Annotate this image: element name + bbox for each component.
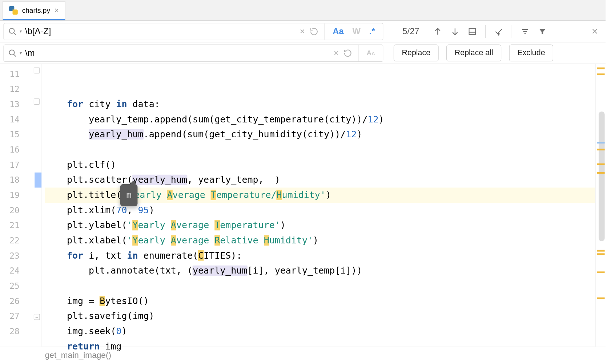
line-number[interactable]: 19 (0, 187, 41, 203)
code-line[interactable]: yearly_hum.append(sum(get_city_humidity(… (45, 127, 595, 142)
search-icon (8, 49, 17, 57)
replace-actions: Replace Replace all Exclude (383, 45, 553, 61)
code-line[interactable]: plt.savefig(img) (45, 309, 595, 324)
stripe-marker[interactable] (597, 271, 604, 273)
code-line[interactable]: plt.annotate(txt, (yearly_hum[i], yearly… (45, 263, 595, 279)
code-line[interactable] (45, 278, 595, 294)
fold-toggle-icon[interactable]: – (34, 98, 40, 105)
close-find-icon[interactable]: × (592, 25, 598, 37)
line-number[interactable]: 16 (0, 142, 41, 158)
line-number[interactable]: 12 (0, 82, 41, 97)
replace-options: AA (358, 45, 383, 61)
line-number[interactable]: 15 (0, 127, 41, 142)
regex-toggle[interactable]: .* (369, 27, 375, 36)
stripe-marker[interactable] (597, 73, 604, 75)
code-area[interactable]: for city in data: yearly_temp.append(sum… (41, 64, 595, 347)
line-number[interactable]: 21 (0, 218, 41, 233)
python-file-icon (9, 6, 18, 15)
code-line[interactable]: plt.ylabel('Yearly Average Temperature') (45, 218, 595, 233)
svg-point-0 (9, 28, 15, 33)
match-counter: 5/27 (394, 27, 428, 36)
code-line[interactable]: for i, txt in enumerate(CITIES): (45, 248, 595, 263)
separator (485, 25, 486, 38)
find-input[interactable] (25, 27, 295, 36)
svg-line-12 (13, 54, 16, 56)
stripe-marker[interactable] (597, 163, 604, 165)
stripe-marker[interactable] (597, 142, 604, 143)
replace-history-caret-icon[interactable]: ▾ (20, 50, 22, 55)
svg-rect-4 (469, 28, 476, 34)
svg-line-1 (13, 32, 16, 35)
line-number[interactable]: 17 (0, 157, 41, 173)
line-number[interactable]: 26 (0, 294, 41, 309)
editor-tab[interactable]: charts.py × (3, 1, 65, 20)
show-filter-options-icon[interactable] (517, 24, 533, 39)
code-line[interactable] (45, 354, 595, 363)
line-number[interactable]: 24 (0, 263, 41, 279)
code-line[interactable]: return img (45, 339, 595, 354)
line-number[interactable]: 25 (0, 278, 41, 294)
replace-all-button[interactable]: Replace all (446, 45, 501, 61)
replace-button[interactable]: Replace (394, 45, 439, 61)
find-history-icon[interactable] (310, 27, 324, 36)
line-number[interactable]: 14 (0, 112, 41, 127)
svg-point-11 (9, 50, 15, 55)
separator (512, 25, 512, 38)
stripe-marker[interactable] (597, 172, 604, 174)
filter-icon[interactable] (535, 24, 550, 39)
replace-input[interactable] (25, 48, 329, 58)
regex-tooltip: m (120, 184, 138, 206)
code-line[interactable]: for city in data: (45, 97, 595, 112)
code-line[interactable]: img = BytesIO() (45, 294, 595, 309)
prev-match-button[interactable] (430, 24, 446, 39)
next-match-button[interactable] (447, 24, 463, 39)
fold-toggle-icon[interactable]: – (34, 68, 40, 74)
scrollbar-thumb[interactable] (599, 112, 605, 241)
code-line[interactable] (45, 142, 595, 158)
stripe-marker[interactable] (597, 253, 604, 255)
error-stripe[interactable] (595, 64, 606, 347)
line-number-gutter[interactable]: 111213141516171819202122232425262728 (0, 64, 41, 347)
find-options: Aa W .* (325, 23, 383, 40)
search-history-caret-icon[interactable]: ▾ (20, 29, 22, 34)
stripe-marker[interactable] (597, 250, 604, 252)
fold-toggle-icon[interactable]: – (34, 314, 40, 320)
find-field-container: ▾ × Aa W .* (4, 23, 383, 40)
code-line[interactable]: yearly_temp.append(sum(get_city_temperat… (45, 112, 595, 127)
line-number[interactable]: 23 (0, 248, 41, 263)
stripe-marker[interactable] (597, 298, 604, 299)
search-icon (8, 27, 17, 36)
clear-replace-icon[interactable]: × (329, 48, 343, 58)
line-number[interactable]: 20 (0, 203, 41, 218)
stripe-marker[interactable] (597, 68, 604, 69)
tab-filename: charts.py (22, 7, 50, 14)
words-toggle[interactable]: W (353, 27, 361, 36)
find-right-pane: 5/27 × (383, 24, 606, 39)
line-number[interactable]: 28 (0, 324, 41, 339)
find-toolbar: ▾ × Aa W .* 5/27 × (0, 21, 606, 43)
preserve-case-toggle[interactable]: AA (367, 49, 375, 57)
editor-tabbar: charts.py × (0, 0, 606, 21)
open-in-tool-window-icon[interactable] (465, 24, 480, 39)
editor-area: 111213141516171819202122232425262728 for… (0, 64, 606, 347)
clear-find-icon[interactable]: × (295, 27, 310, 36)
stripe-marker[interactable] (597, 149, 604, 150)
replace-history-icon[interactable] (343, 49, 358, 57)
code-line[interactable]: img.seek(0) (45, 324, 595, 339)
code-line[interactable]: plt.clf() (45, 157, 595, 173)
replace-toolbar: ▾ × AA Replace Replace all Exclude (0, 43, 606, 64)
replace-field-container: ▾ × AA (4, 44, 383, 62)
line-number[interactable]: 22 (0, 233, 41, 248)
exclude-button[interactable]: Exclude (509, 45, 553, 61)
select-all-occurrences-icon[interactable] (491, 24, 507, 39)
match-case-toggle[interactable]: Aa (333, 27, 343, 36)
code-line[interactable]: plt.xlabel('Yearly Average Relative Humi… (45, 233, 595, 248)
tab-close-icon[interactable]: × (55, 6, 59, 15)
